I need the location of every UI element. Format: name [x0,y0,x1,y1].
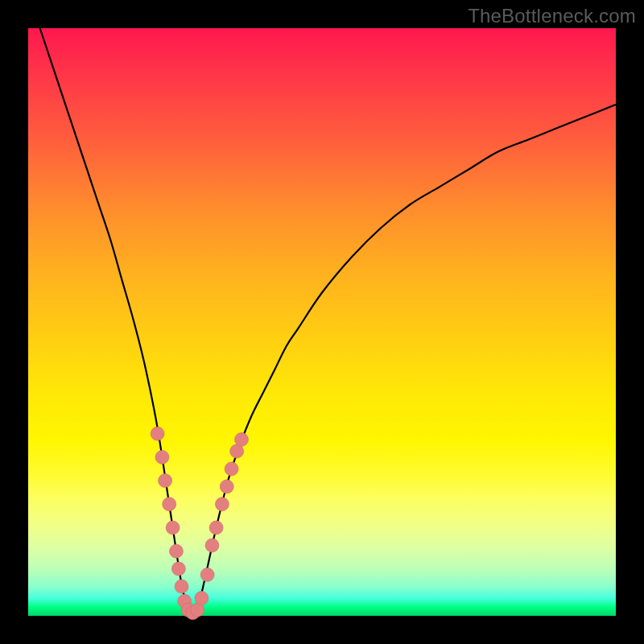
data-marker [166,521,180,535]
data-marker [205,539,219,552]
data-marker [220,480,233,493]
data-marker [163,497,176,511]
data-marker [175,580,188,593]
curve-layer [40,28,616,616]
data-marker [151,427,164,440]
data-marker [225,462,238,476]
chart-frame: TheBottleneck.com [0,0,644,644]
data-marker [215,497,229,511]
data-marker [169,544,183,558]
data-marker [159,474,172,488]
data-marker [155,450,169,464]
data-marker [195,592,208,605]
data-marker [209,521,223,535]
chart-svg [0,0,644,644]
bottleneck-curve [40,28,616,616]
data-marker [200,568,214,581]
markers-layer [151,427,248,620]
data-marker [234,433,248,447]
data-marker [171,562,185,576]
